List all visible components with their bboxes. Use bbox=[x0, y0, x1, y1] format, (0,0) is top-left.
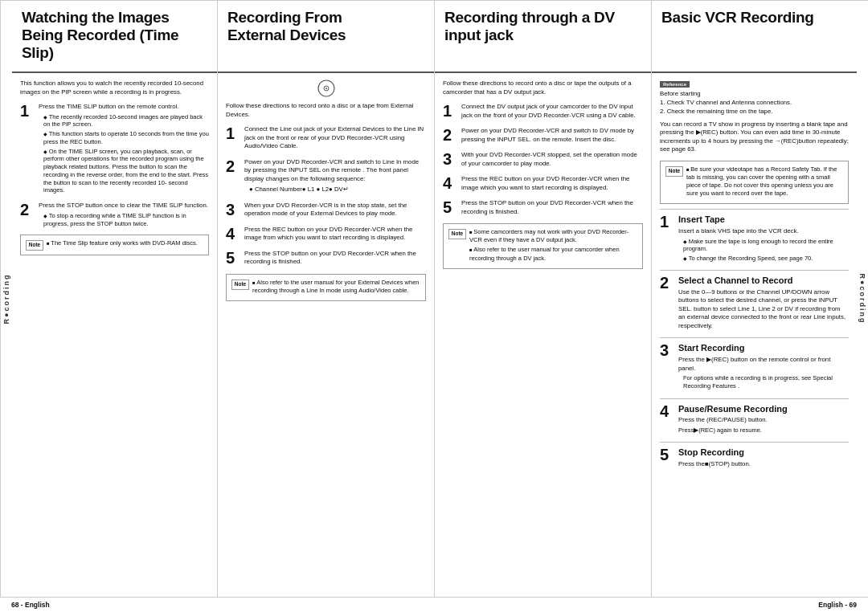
side-label-text-right: R●cording bbox=[858, 274, 866, 324]
col4: Basic VCR Recording Reference Before sta… bbox=[652, 1, 868, 597]
reference-badge: Reference bbox=[660, 81, 690, 88]
col3-step1-content: Connect the DV output jack of your camco… bbox=[461, 103, 643, 121]
col3-note-label: Note bbox=[448, 229, 466, 239]
col3-step4: 4 Press the REC button on your DVD Recor… bbox=[443, 175, 643, 194]
col2-step3-num: 3 bbox=[226, 202, 240, 218]
col3-step2-content: Power on your DVD Recorder-VCR and switc… bbox=[461, 127, 643, 145]
col4-step2-num: 2 bbox=[660, 275, 674, 291]
col2-title: Recording From External Devices bbox=[227, 9, 424, 44]
col2: Recording From External Devices Follow t… bbox=[218, 1, 435, 597]
col2-step3-content: When your DVD Recorder-VCR is in the sto… bbox=[244, 202, 426, 220]
col4-step5-content: Stop Recording Press the■(STOP) button. bbox=[678, 447, 849, 470]
col3-step3: 3 With your DVD Recorder-VCR stopped, se… bbox=[443, 151, 643, 169]
col2-body: Follow these directions to record onto a… bbox=[218, 73, 434, 597]
col3-note-content: Some camcorders may not work with your D… bbox=[469, 228, 637, 264]
col1-note: Note The Time Slip feature only works wi… bbox=[20, 235, 209, 255]
col4-step4-content: Pause/Resume Recording Press the (REC/PA… bbox=[678, 403, 849, 436]
col3: Recording through a DV input jack Follow… bbox=[435, 1, 652, 597]
col2-header: Recording From External Devices bbox=[218, 1, 434, 73]
disc-icon-area bbox=[226, 80, 426, 99]
col4-step1-heading: Insert Tape bbox=[678, 214, 849, 226]
col2-note-content: Also refer to the user manual for your E… bbox=[252, 279, 420, 296]
col4-step5: 5 Stop Recording Press the■(STOP) button… bbox=[660, 447, 849, 470]
col1-body: This function allows you to watch the re… bbox=[12, 73, 217, 597]
col2-note-label: Note bbox=[231, 279, 249, 290]
col2-step2: 2 Power on your DVD Recorder-VCR and swi… bbox=[226, 158, 426, 196]
col3-intro: Follow these directions to record onto a… bbox=[443, 80, 643, 96]
col4-step5-heading: Stop Recording bbox=[678, 447, 849, 459]
col2-note: Note Also refer to the user manual for y… bbox=[226, 274, 426, 301]
footer-right: English - 69 bbox=[818, 601, 857, 609]
col4-step1-content: Insert Tape Insert a blank VHS tape into… bbox=[678, 214, 849, 264]
col3-header: Recording through a DV input jack bbox=[435, 1, 651, 73]
col2-step4: 4 Press the REC button on your DVD Recor… bbox=[226, 226, 426, 244]
col3-body: Follow these directions to record onto a… bbox=[435, 73, 651, 597]
col3-step5-content: Press the STOP button on your DVD Record… bbox=[461, 199, 643, 218]
disc-icon bbox=[317, 80, 335, 97]
col4-step4: 4 Pause/Resume Recording Press the (REC/… bbox=[660, 403, 849, 436]
col4-note-top: Note Be sure your videotape has a Record… bbox=[660, 161, 849, 205]
col3-step5: 5 Press the STOP button on your DVD Reco… bbox=[443, 199, 643, 218]
col4-step5-num: 5 bbox=[660, 447, 674, 463]
col2-step3: 3 When your DVD Recorder-VCR is in the s… bbox=[226, 202, 426, 220]
col4-step4-num: 4 bbox=[660, 403, 674, 419]
col1: R●cording Watching the Images Being Reco… bbox=[0, 1, 218, 597]
col1-step1: 1 Press the TIME SLIP button on the remo… bbox=[20, 103, 209, 196]
col1-title: Watching the Images Being Recorded (Time… bbox=[22, 9, 207, 62]
col1-note-label: Note bbox=[26, 240, 43, 251]
col4-step2: 2 Select a Channel to Record Use the 0—9… bbox=[660, 275, 849, 332]
col4-step2-heading: Select a Channel to Record bbox=[678, 275, 849, 287]
col2-step5-num: 5 bbox=[226, 250, 240, 266]
col2-step4-num: 4 bbox=[226, 226, 240, 242]
col4-step2-content: Select a Channel to Record Use the 0—9 b… bbox=[678, 275, 849, 332]
col2-sequence: ● Channel Number● L1 ● L2● DV↵ bbox=[249, 186, 426, 194]
col2-step4-content: Press the REC button on your DVD Recorde… bbox=[244, 226, 426, 244]
col4-step3-content: Start Recording Press the ▶(REC) button … bbox=[678, 342, 849, 392]
col4-step1-num: 1 bbox=[660, 214, 674, 230]
col4-step4-heading: Pause/Resume Recording bbox=[678, 403, 849, 415]
col3-step1: 1 Connect the DV output jack of your cam… bbox=[443, 103, 643, 121]
side-label-text-left: R●cording bbox=[2, 274, 10, 324]
col4-title: Basic VCR Recording bbox=[661, 9, 847, 27]
col4-body: Reference Before starting 1. Check TV ch… bbox=[652, 73, 857, 597]
col1-header: Watching the Images Being Recorded (Time… bbox=[12, 1, 217, 73]
side-label-right: R●cording bbox=[857, 1, 868, 597]
col3-step1-num: 1 bbox=[443, 103, 457, 119]
col4-before-starting: Before starting 1. Check TV channel and … bbox=[660, 90, 849, 116]
col4-step3-num: 3 bbox=[660, 342, 674, 358]
col4-header: Basic VCR Recording bbox=[652, 1, 857, 73]
side-label-left: R●cording bbox=[1, 1, 12, 597]
svg-point-2 bbox=[326, 88, 327, 89]
col2-step1-num: 1 bbox=[226, 125, 240, 141]
footer-left: 68 - English bbox=[11, 601, 50, 609]
col1-step1-num: 1 bbox=[20, 103, 35, 119]
col1-note-content: The Time Slip feature only works with DV… bbox=[47, 239, 203, 249]
col3-step2-num: 2 bbox=[443, 127, 457, 143]
col2-step1-content: Connect the Line out jack of your Extern… bbox=[244, 125, 426, 153]
col3-title: Recording through a DV input jack bbox=[444, 9, 641, 44]
col1-step2-content: Press the STOP button once to clear the … bbox=[39, 202, 209, 229]
col2-step5: 5 Press the STOP button on your DVD Reco… bbox=[226, 250, 426, 268]
page: R●cording Watching the Images Being Reco… bbox=[0, 0, 868, 612]
col3-note: Note Some camcorders may not work with y… bbox=[443, 223, 643, 269]
col2-step2-num: 2 bbox=[226, 158, 240, 174]
col3-step4-num: 4 bbox=[443, 175, 457, 191]
columns: R●cording Watching the Images Being Reco… bbox=[0, 0, 868, 597]
col1-intro: This function allows you to watch the re… bbox=[20, 80, 209, 96]
col3-step5-num: 5 bbox=[443, 199, 457, 215]
col4-note-top-label: Note bbox=[665, 166, 683, 177]
col4-step3: 3 Start Recording Press the ▶(REC) butto… bbox=[660, 342, 849, 392]
col2-step1: 1 Connect the Line out jack of your Exte… bbox=[226, 125, 426, 153]
col3-step2: 2 Power on your DVD Recorder-VCR and swi… bbox=[443, 127, 643, 145]
col4-intro: You can record a TV show in progress by … bbox=[660, 120, 849, 154]
col1-step2-num: 2 bbox=[20, 202, 35, 218]
col3-step3-num: 3 bbox=[443, 151, 457, 167]
col2-step2-content: Power on your DVD Recorder-VCR and switc… bbox=[244, 158, 426, 196]
col2-step5-content: Press the STOP button on your DVD Record… bbox=[244, 250, 426, 268]
col1-step1-content: Press the TIME SLIP button on the remote… bbox=[39, 103, 209, 196]
footer: 68 - English English - 69 bbox=[0, 597, 868, 612]
col1-step2: 2 Press the STOP button once to clear th… bbox=[20, 202, 209, 229]
col3-step3-content: With your DVD Recorder-VCR stopped, set … bbox=[461, 151, 643, 169]
col4-step3-heading: Start Recording bbox=[678, 342, 849, 354]
col4-note-top-content: Be sure your videotape has a Record Safe… bbox=[686, 165, 843, 200]
